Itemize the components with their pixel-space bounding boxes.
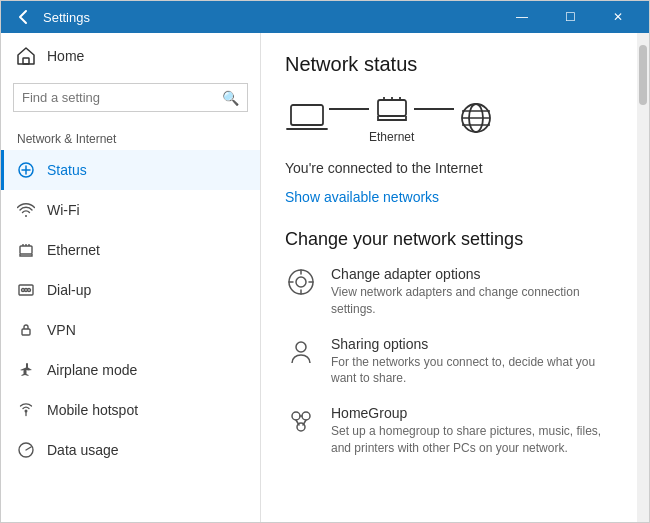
adapter-options-text: Change adapter options View network adap… bbox=[331, 266, 613, 318]
dialup-icon bbox=[17, 281, 35, 299]
titlebar: Settings — ☐ ✕ bbox=[1, 1, 649, 33]
connected-text: You're connected to the Internet bbox=[285, 160, 613, 176]
scrollbar[interactable] bbox=[637, 33, 649, 522]
maximize-button[interactable]: ☐ bbox=[547, 1, 593, 33]
sidebar-section-label: Network & Internet bbox=[1, 124, 260, 150]
laptop-icon bbox=[285, 101, 329, 135]
sharing-icon bbox=[286, 337, 316, 367]
sidebar-item-datausage-label: Data usage bbox=[47, 442, 119, 458]
sidebar-item-ethernet[interactable]: Ethernet bbox=[1, 230, 260, 270]
datausage-icon bbox=[17, 441, 35, 459]
sharing-options-text: Sharing options For the networks you con… bbox=[331, 336, 613, 388]
homegroup-title: HomeGroup bbox=[331, 405, 613, 421]
globe-icon-group bbox=[454, 101, 498, 135]
ethernet-icon bbox=[17, 241, 35, 259]
settings-window: Settings — ☐ ✕ Home 🔍 Network & bbox=[0, 0, 650, 523]
close-button[interactable]: ✕ bbox=[595, 1, 641, 33]
sidebar-item-dialup-label: Dial-up bbox=[47, 282, 91, 298]
back-button[interactable] bbox=[9, 3, 37, 31]
status-icon bbox=[17, 161, 35, 179]
sidebar-item-status[interactable]: Status bbox=[1, 150, 260, 190]
home-label: Home bbox=[47, 48, 84, 64]
router-icon bbox=[374, 92, 410, 126]
router-icon-group: Ethernet bbox=[369, 92, 414, 144]
sharing-options-item: Sharing options For the networks you con… bbox=[285, 336, 613, 388]
sidebar-item-status-label: Status bbox=[47, 162, 87, 178]
sidebar-item-wifi-label: Wi-Fi bbox=[47, 202, 80, 218]
svg-rect-2 bbox=[20, 246, 32, 254]
window-title: Settings bbox=[43, 10, 499, 25]
sharing-options-desc: For the networks you connect to, decide … bbox=[331, 354, 613, 388]
sidebar-item-home[interactable]: Home bbox=[1, 33, 260, 79]
net-line-2 bbox=[414, 108, 454, 110]
svg-point-18 bbox=[302, 412, 310, 420]
adapter-icon bbox=[286, 267, 316, 297]
homegroup-svg-icon bbox=[286, 406, 316, 436]
globe-icon bbox=[454, 101, 498, 135]
homegroup-text: HomeGroup Set up a homegroup to share pi… bbox=[331, 405, 613, 457]
homegroup-desc: Set up a homegroup to share pictures, mu… bbox=[331, 423, 613, 457]
sidebar-item-ethernet-label: Ethernet bbox=[47, 242, 100, 258]
search-input[interactable] bbox=[14, 84, 214, 111]
network-diagram: Ethernet bbox=[285, 92, 613, 144]
home-icon bbox=[17, 47, 35, 65]
svg-rect-7 bbox=[22, 329, 30, 335]
homegroup-icon bbox=[285, 405, 317, 437]
adapter-options-icon bbox=[285, 266, 317, 298]
sidebar-item-vpn-label: VPN bbox=[47, 322, 76, 338]
show-networks-link[interactable]: Show available networks bbox=[285, 189, 439, 205]
hotspot-icon bbox=[17, 401, 35, 419]
ethernet-diagram-label: Ethernet bbox=[369, 130, 414, 144]
adapter-options-item: Change adapter options View network adap… bbox=[285, 266, 613, 318]
search-icon: 🔍 bbox=[214, 90, 247, 106]
vpn-icon bbox=[17, 321, 35, 339]
scrollbar-thumb[interactable] bbox=[639, 45, 647, 105]
homegroup-item: HomeGroup Set up a homegroup to share pi… bbox=[285, 405, 613, 457]
sidebar-item-airplane[interactable]: Airplane mode bbox=[1, 350, 260, 390]
change-settings-title: Change your network settings bbox=[285, 229, 613, 250]
svg-point-15 bbox=[296, 277, 306, 287]
minimize-button[interactable]: — bbox=[499, 1, 545, 33]
svg-point-17 bbox=[292, 412, 300, 420]
svg-rect-10 bbox=[291, 105, 323, 125]
sidebar-item-wifi[interactable]: Wi-Fi bbox=[1, 190, 260, 230]
content-area: Home 🔍 Network & Internet Status bbox=[1, 33, 649, 522]
sharing-options-icon bbox=[285, 336, 317, 368]
wifi-icon bbox=[17, 201, 35, 219]
sharing-options-title: Sharing options bbox=[331, 336, 613, 352]
svg-point-6 bbox=[28, 289, 31, 292]
adapter-options-title: Change adapter options bbox=[331, 266, 613, 282]
adapter-options-desc: View network adapters and change connect… bbox=[331, 284, 613, 318]
sidebar-item-airplane-label: Airplane mode bbox=[47, 362, 137, 378]
sidebar-item-hotspot-label: Mobile hotspot bbox=[47, 402, 138, 418]
svg-rect-11 bbox=[378, 100, 406, 116]
svg-rect-0 bbox=[23, 58, 29, 64]
sidebar: Home 🔍 Network & Internet Status bbox=[1, 33, 261, 522]
section-title: Network status bbox=[285, 53, 613, 76]
laptop-icon-group bbox=[285, 101, 329, 135]
window-controls: — ☐ ✕ bbox=[499, 1, 641, 33]
sidebar-item-dialup[interactable]: Dial-up bbox=[1, 270, 260, 310]
net-line-1 bbox=[329, 108, 369, 110]
svg-point-16 bbox=[296, 342, 306, 352]
search-box: 🔍 bbox=[13, 83, 248, 112]
sidebar-item-datausage[interactable]: Data usage bbox=[1, 430, 260, 470]
sidebar-item-vpn[interactable]: VPN bbox=[1, 310, 260, 350]
main-content: Network status bbox=[261, 33, 637, 522]
sidebar-item-hotspot[interactable]: Mobile hotspot bbox=[1, 390, 260, 430]
airplane-icon bbox=[17, 361, 35, 379]
